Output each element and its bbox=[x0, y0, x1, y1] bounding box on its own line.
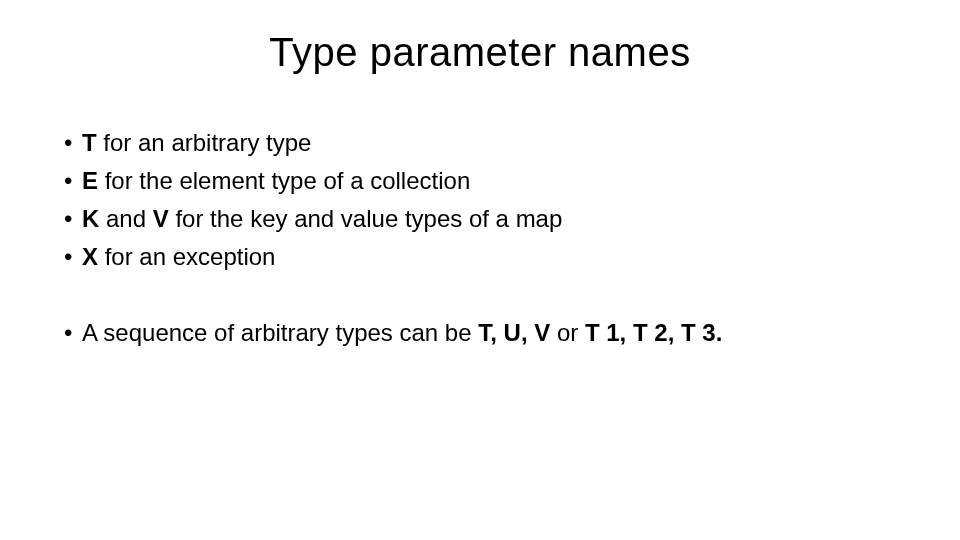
bullet-text: or bbox=[550, 319, 585, 346]
bullet-text: for the element type of a collection bbox=[98, 167, 470, 194]
bullet-text: for an arbitrary type bbox=[97, 129, 312, 156]
bullet-text: for an exception bbox=[98, 243, 275, 270]
bullet-bold: V bbox=[153, 205, 169, 232]
slide-title: Type parameter names bbox=[60, 30, 900, 75]
bullet-bold: T, U, V bbox=[478, 319, 550, 346]
bullet-bold: X bbox=[82, 243, 98, 270]
bullet-item: E for the element type of a collection bbox=[60, 163, 900, 199]
bullet-item: A sequence of arbitrary types can be T, … bbox=[60, 315, 900, 351]
bullet-bold: T 1, T 2, T 3. bbox=[585, 319, 722, 346]
bullet-text: and bbox=[99, 205, 152, 232]
bullet-bold: K bbox=[82, 205, 99, 232]
bullet-item: K and V for the key and value types of a… bbox=[60, 201, 900, 237]
bullet-item: X for an exception bbox=[60, 239, 900, 275]
bullet-bold: T bbox=[82, 129, 97, 156]
bullet-bold: E bbox=[82, 167, 98, 194]
bullet-list: T for an arbitrary type E for the elemen… bbox=[60, 125, 900, 351]
bullet-item: T for an arbitrary type bbox=[60, 125, 900, 161]
bullet-text: A sequence of arbitrary types can be bbox=[82, 319, 478, 346]
bullet-text: for the key and value types of a map bbox=[169, 205, 563, 232]
